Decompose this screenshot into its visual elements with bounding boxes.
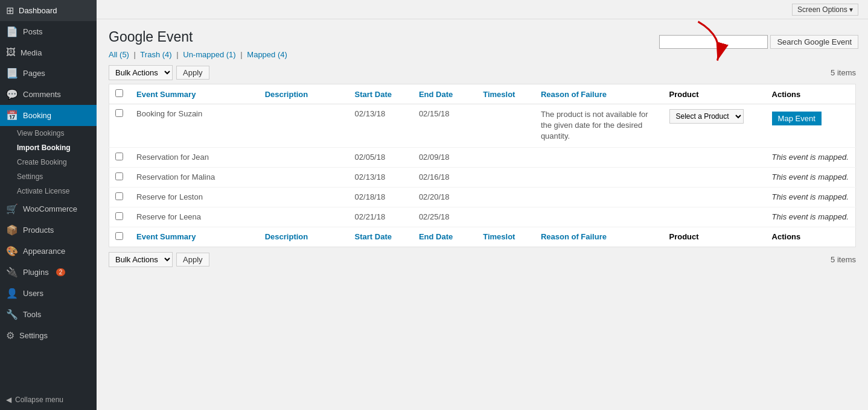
sidebar-item-dashboard[interactable]: ⊞ Dashboard <box>0 0 97 21</box>
sidebar-item-pages[interactable]: 📃 Pages <box>0 63 97 84</box>
row-3-checkbox[interactable] <box>115 172 123 180</box>
bulk-actions-top-select[interactable]: Bulk Actions <box>109 65 173 80</box>
filter-mapped[interactable]: Mapped (4) <box>247 50 287 59</box>
select-all-checkbox-top[interactable] <box>115 89 123 97</box>
footer-start-date: Start Date <box>349 227 413 247</box>
sidebar-sub-activate-license[interactable]: Activate License <box>0 184 97 198</box>
sidebar-label-tools: Tools <box>23 310 41 319</box>
events-table: Event Summary Description Start Date End… <box>109 84 856 247</box>
sidebar-sub-create-booking[interactable]: Create Booking <box>0 155 97 169</box>
sort-description[interactable]: Description <box>265 90 308 99</box>
filter-all[interactable]: All (5) <box>109 50 129 59</box>
sidebar-label-posts: Posts <box>23 27 43 36</box>
row-4-checkbox-cell <box>109 187 131 207</box>
sidebar-item-tools[interactable]: 🔧 Tools <box>0 304 97 325</box>
sidebar-item-settings[interactable]: ⚙ Settings <box>0 325 97 346</box>
woocommerce-icon: 🛒 <box>6 203 18 215</box>
sidebar-item-posts[interactable]: 📄 Posts <box>0 21 97 42</box>
sort-end-date[interactable]: End Date <box>419 90 453 99</box>
sidebar-item-media[interactable]: 🖼 Media <box>0 42 97 63</box>
sort-event-summary[interactable]: Event Summary <box>136 90 196 99</box>
sidebar-item-booking[interactable]: 📅 Booking <box>0 105 97 126</box>
row-2-product <box>663 147 766 167</box>
row-5-checkbox[interactable] <box>115 212 123 220</box>
select-all-checkbox-bottom[interactable] <box>115 232 123 240</box>
header-end-date: End Date <box>413 84 477 104</box>
filter-bar: All (5) | Trash (4) | Un-mapped (1) | Ma… <box>109 50 856 59</box>
filter-sep-1: | <box>134 50 136 59</box>
screen-options-button[interactable]: Screen Options ▾ <box>792 4 858 16</box>
row-3-actions: This event is mapped. <box>766 167 856 187</box>
sidebar-sub-import-booking[interactable]: Import Booking <box>0 140 97 155</box>
row-4-summary: Reserve for Leston <box>130 187 259 207</box>
table-row: Reserve for Leena 02/21/18 02/25/18 This… <box>109 207 856 227</box>
row-5-product <box>663 207 766 227</box>
appearance-icon: 🎨 <box>6 245 18 257</box>
footer-sort-event-summary[interactable]: Event Summary <box>136 232 196 241</box>
row-5-start-date: 02/21/18 <box>349 207 413 227</box>
row-2-start-date: 02/05/18 <box>349 147 413 167</box>
sidebar-label-products: Products <box>23 226 54 235</box>
row-2-checkbox[interactable] <box>115 153 123 160</box>
bulk-actions-top: Bulk Actions Apply 5 items <box>109 65 856 80</box>
sidebar-sub-settings[interactable]: Settings <box>0 169 97 184</box>
tools-icon: 🔧 <box>6 309 18 320</box>
search-google-event-button[interactable]: Search Google Event <box>770 35 858 49</box>
filter-unmapped[interactable]: Un-mapped (1) <box>183 50 235 59</box>
sidebar-item-plugins[interactable]: 🔌 Plugins 2 <box>0 262 97 283</box>
footer-sort-reason[interactable]: Reason of Failure <box>541 232 607 241</box>
bulk-actions-bottom-select[interactable]: Bulk Actions <box>109 252 173 267</box>
items-count-top: 5 items <box>831 68 856 77</box>
footer-end-date: End Date <box>413 227 477 247</box>
row-2-reason <box>535 147 663 167</box>
pages-icon: 📃 <box>6 68 18 79</box>
header-timeslot: Timeslot <box>477 84 535 104</box>
row-2-timeslot <box>477 147 535 167</box>
sidebar-label-dashboard: Dashboard <box>19 6 57 15</box>
plugins-icon: 🔌 <box>6 266 18 278</box>
row-3-timeslot <box>477 167 535 187</box>
media-icon: 🖼 <box>6 47 16 58</box>
footer-sort-end-date[interactable]: End Date <box>419 232 453 241</box>
search-input[interactable] <box>659 35 768 49</box>
row-1-map-event-button[interactable]: Map Event <box>772 112 822 125</box>
footer-sort-description[interactable]: Description <box>265 232 308 241</box>
apply-bottom-button[interactable]: Apply <box>176 253 209 266</box>
sidebar-item-appearance[interactable]: 🎨 Appearance <box>0 241 97 262</box>
topbar: Screen Options ▾ <box>97 0 868 19</box>
booking-icon: 📅 <box>6 110 18 121</box>
sidebar-label-woocommerce: WooCommerce <box>23 204 77 213</box>
posts-icon: 📄 <box>6 26 18 37</box>
sidebar-item-comments[interactable]: 💬 Comments <box>0 84 97 105</box>
row-5-description <box>259 207 349 227</box>
row-3-summary: Reservation for Malina <box>130 167 259 187</box>
collapse-menu[interactable]: ◀ Collapse menu <box>0 390 97 410</box>
row-4-actions: This event is mapped. <box>766 187 856 207</box>
apply-top-button[interactable]: Apply <box>176 66 209 80</box>
row-5-summary: Reserve for Leena <box>130 207 259 227</box>
sort-start-date[interactable]: Start Date <box>355 90 392 99</box>
sidebar-item-woocommerce[interactable]: 🛒 WooCommerce <box>0 198 97 219</box>
sort-reason[interactable]: Reason of Failure <box>541 90 607 99</box>
footer-sort-timeslot[interactable]: Timeslot <box>483 232 515 241</box>
settings-icon: ⚙ <box>6 330 14 341</box>
row-2-mapped-text: This event is mapped. <box>772 153 849 162</box>
search-area: Search Google Event <box>659 35 858 49</box>
sidebar-item-products[interactable]: 📦 Products <box>0 219 97 241</box>
footer-description: Description <box>259 227 349 247</box>
row-4-checkbox[interactable] <box>115 192 123 200</box>
table-row: Reserve for Leston 02/18/18 02/20/18 Thi… <box>109 187 856 207</box>
row-3-product <box>663 167 766 187</box>
footer-sort-start-date[interactable]: Start Date <box>355 232 392 241</box>
header-description: Description <box>259 84 349 104</box>
sidebar-sub-view-bookings[interactable]: View Bookings <box>0 126 97 140</box>
filter-trash[interactable]: Trash (4) <box>140 50 171 59</box>
row-1-product-select[interactable]: Select a Product <box>669 109 744 124</box>
sidebar-item-users[interactable]: 👤 Users <box>0 283 97 304</box>
filter-sep-3: | <box>240 50 242 59</box>
row-5-actions: This event is mapped. <box>766 207 856 227</box>
sort-timeslot[interactable]: Timeslot <box>483 90 515 99</box>
header-start-date: Start Date <box>349 84 413 104</box>
row-1-checkbox[interactable] <box>115 109 123 117</box>
collapse-label: Collapse menu <box>15 396 63 404</box>
